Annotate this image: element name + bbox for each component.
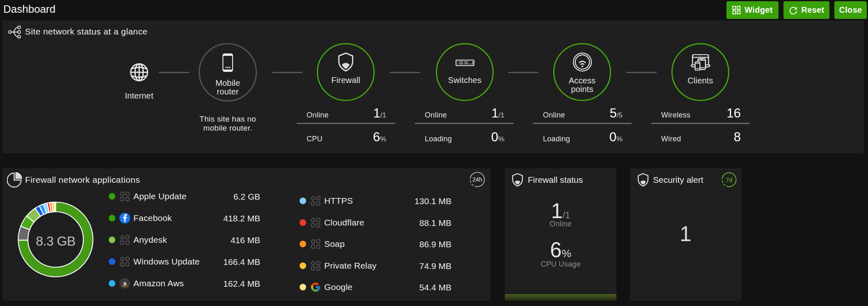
svg-text:7d: 7d — [726, 176, 733, 183]
svg-text:a: a — [123, 280, 126, 286]
svg-text:24h: 24h — [472, 176, 482, 183]
svg-text:8.3 GB: 8.3 GB — [36, 234, 76, 248]
